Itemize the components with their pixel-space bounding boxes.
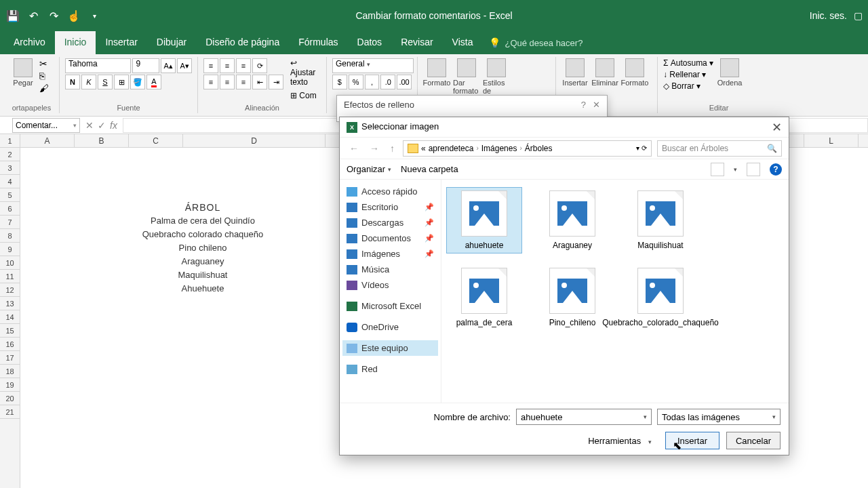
file-item-palma-de-cera[interactable]: palma_de_cera xyxy=(447,265,521,330)
row-header[interactable]: 19 xyxy=(0,378,20,392)
percent-icon[interactable]: % xyxy=(349,75,363,89)
tab-vista[interactable]: Vista xyxy=(443,31,483,54)
redo-icon[interactable]: ↷ xyxy=(46,8,61,23)
copy-icon[interactable]: ⎘ xyxy=(39,70,49,81)
format-cells-button[interactable]: Formato xyxy=(621,58,648,112)
nav-images[interactable]: Imágenes📌 xyxy=(342,246,438,262)
cut-icon[interactable]: ✂ xyxy=(39,58,49,69)
col-header-b[interactable]: B xyxy=(75,134,129,147)
file-item-ahuehuete[interactable]: ahuehuete xyxy=(447,188,521,253)
nav-videos[interactable]: Vídeos xyxy=(342,277,438,293)
insert-button[interactable]: Insertar xyxy=(665,432,719,449)
nav-this-pc[interactable]: Este equipo xyxy=(342,340,438,356)
row-header[interactable]: 7 xyxy=(0,216,20,229)
tab-diseno[interactable]: Diseño de página xyxy=(196,31,289,54)
picker-close-icon[interactable]: ✕ xyxy=(772,120,782,135)
file-item-araguaney[interactable]: Araguaney xyxy=(535,188,610,253)
cell-d7[interactable]: Quebracho colorado chaqueño xyxy=(132,229,274,239)
tell-me-search[interactable]: ¿Qué desea hacer? xyxy=(489,31,583,54)
picker-help-icon[interactable]: ? xyxy=(770,163,782,176)
fill-color-button[interactable]: 🪣 xyxy=(130,75,145,89)
paste-button[interactable]: Pegar xyxy=(9,58,37,102)
row-header[interactable]: 2 xyxy=(0,148,20,161)
row-header[interactable]: 8 xyxy=(0,229,20,243)
autosum-button[interactable]: Σ Autosuma ▾ xyxy=(663,58,713,68)
col-header-d[interactable]: D xyxy=(183,134,326,147)
row-header[interactable]: 17 xyxy=(0,351,20,365)
align-right-icon[interactable]: ≡ xyxy=(236,75,251,89)
row-header[interactable]: 1 xyxy=(0,134,20,148)
indent-dec-icon[interactable]: ⇤ xyxy=(252,75,267,89)
filetype-select[interactable]: Todas las imágenes▾ xyxy=(657,409,781,425)
fill-button[interactable]: ↓ Rellenar ▾ xyxy=(663,70,713,79)
tab-inicio[interactable]: Inicio xyxy=(55,31,96,54)
row-header[interactable]: 16 xyxy=(0,338,20,351)
file-item-pino-chileno[interactable]: Pino_chileno xyxy=(535,265,610,330)
italic-button[interactable]: K xyxy=(81,75,96,89)
fill-help-icon[interactable]: ? xyxy=(581,100,586,110)
accept-formula-icon[interactable]: ✓ xyxy=(98,120,106,131)
window-restore-icon[interactable]: ▢ xyxy=(854,10,863,21)
nav-quick-access[interactable]: Acceso rápido xyxy=(342,184,438,199)
clear-button[interactable]: ◇ Borrar ▾ xyxy=(663,81,713,91)
row-header[interactable]: 6 xyxy=(0,202,20,216)
filename-input[interactable]: ahuehuete▾ xyxy=(516,409,652,425)
nav-excel[interactable]: Microsoft Excel xyxy=(342,298,438,314)
row-header[interactable]: 15 xyxy=(0,324,20,338)
cell-d11[interactable]: Ahuehuete xyxy=(132,283,274,293)
number-format-select[interactable]: General ▾ xyxy=(332,58,414,73)
inc-decimal-icon[interactable]: .0 xyxy=(380,75,395,89)
cancel-formula-icon[interactable]: ✕ xyxy=(85,120,94,131)
qat-dropdown-icon[interactable]: ▾ xyxy=(87,8,102,23)
row-header[interactable]: 3 xyxy=(0,161,20,175)
format-painter-icon[interactable]: 🖌 xyxy=(39,83,49,94)
file-item-quebracho[interactable]: Quebracho_colorado_chaqueño xyxy=(623,265,698,330)
align-middle-icon[interactable]: ≡ xyxy=(220,58,235,73)
row-header[interactable]: 20 xyxy=(0,392,20,405)
wrap-text-button[interactable]: ↩ Ajustar texto xyxy=(290,58,321,87)
font-color-button[interactable]: A xyxy=(146,75,161,89)
tab-formulas[interactable]: Fórmulas xyxy=(289,31,347,54)
row-header[interactable]: 9 xyxy=(0,243,20,256)
orientation-icon[interactable]: ⟳ xyxy=(252,58,267,73)
tab-insertar[interactable]: Insertar xyxy=(96,31,146,54)
align-center-icon[interactable]: ≡ xyxy=(220,75,235,89)
view-mode-button[interactable] xyxy=(711,163,724,176)
row-header[interactable]: 12 xyxy=(0,283,20,297)
tab-datos[interactable]: Datos xyxy=(348,31,392,54)
currency-icon[interactable]: $ xyxy=(332,75,347,89)
tools-button[interactable]: Herramientas ▾ xyxy=(588,436,652,446)
font-size-select[interactable]: 9 xyxy=(132,58,159,73)
cell-d6[interactable]: Palma de cera del Quindío xyxy=(132,216,274,226)
new-folder-button[interactable]: Nueva carpeta xyxy=(401,164,458,174)
cell-d10[interactable]: Maquilishuat xyxy=(132,270,274,280)
tab-archivo[interactable]: Archivo xyxy=(4,31,55,54)
row-header[interactable]: 21 xyxy=(0,405,20,419)
undo-icon[interactable]: ↶ xyxy=(26,8,41,23)
fill-close-icon[interactable]: ✕ xyxy=(593,100,600,110)
align-bottom-icon[interactable]: ≡ xyxy=(236,58,251,73)
touch-icon[interactable]: ☝ xyxy=(66,8,81,23)
fx-icon[interactable]: fx xyxy=(110,120,117,131)
row-header[interactable]: 5 xyxy=(0,188,20,202)
col-header-a[interactable]: A xyxy=(20,134,75,147)
nav-downloads[interactable]: Descargas📌 xyxy=(342,215,438,230)
nav-forward-icon[interactable]: → xyxy=(367,143,382,154)
decrease-font-icon[interactable]: A▾ xyxy=(177,58,192,73)
cell-d8[interactable]: Pino chileno xyxy=(132,243,274,253)
merge-button[interactable]: ⊞ Com xyxy=(290,91,321,100)
cancel-button[interactable]: Cancelar xyxy=(726,432,781,449)
nav-back-icon[interactable]: ← xyxy=(347,143,361,154)
dec-decimal-icon[interactable]: .00 xyxy=(397,75,412,89)
row-header[interactable]: 10 xyxy=(0,256,20,270)
breadcrumb[interactable]: « aprendeteca› Imágenes› Árboles ▾ ⟳ xyxy=(403,140,652,157)
nav-network[interactable]: Red xyxy=(342,361,438,377)
nav-onedrive[interactable]: OneDrive xyxy=(342,319,438,335)
nav-desktop[interactable]: Escritorio📌 xyxy=(342,199,438,215)
cell-d5[interactable]: ÁRBOL xyxy=(132,202,274,213)
underline-button[interactable]: S xyxy=(98,75,113,89)
row-header[interactable]: 13 xyxy=(0,297,20,310)
indent-inc-icon[interactable]: ⇥ xyxy=(269,75,283,89)
border-button[interactable]: ⊞ xyxy=(114,75,129,89)
save-icon[interactable]: 💾 xyxy=(5,8,20,23)
